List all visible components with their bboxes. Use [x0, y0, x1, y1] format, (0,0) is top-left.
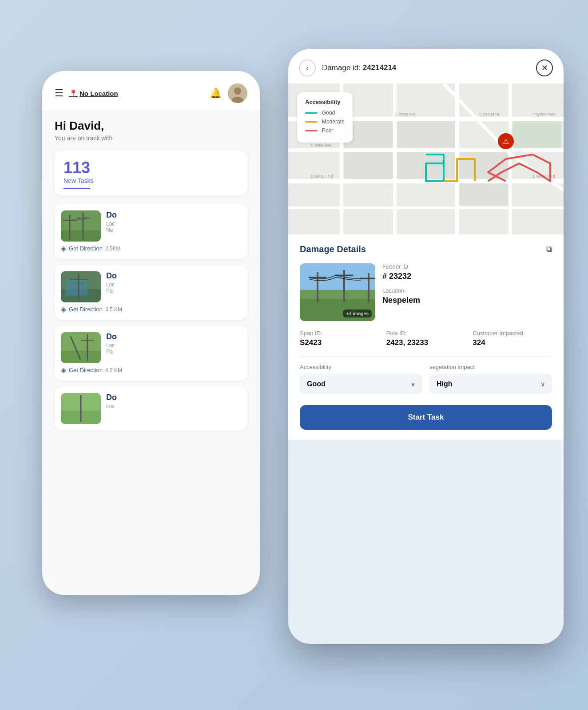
- bell-icon[interactable]: 🔔: [210, 87, 222, 99]
- close-button[interactable]: ✕: [536, 59, 553, 76]
- legend-title: Accessibility: [305, 99, 345, 105]
- start-task-button[interactable]: Start Task: [300, 405, 552, 430]
- span-id-field: Span ID: S2423: [300, 330, 379, 347]
- location-label: Location:: [382, 287, 552, 294]
- tasks-card: 113 New Tasks: [55, 151, 247, 195]
- map-area: E Sky E State Ave E Nelson Rd E Nelson R…: [288, 83, 564, 234]
- feeder-id-label: Feeder ID: [382, 263, 552, 270]
- svg-rect-4: [61, 230, 101, 242]
- legend-poor-label: Poor: [322, 127, 333, 134]
- accessibility-dropdown-value: Good: [307, 380, 326, 388]
- accessibility-dropdown-arrow: ∨: [411, 381, 415, 388]
- svg-text:Hayden Park: Hayden Park: [532, 112, 556, 116]
- task-title: Do: [106, 393, 241, 402]
- damage-image: +3 images: [300, 263, 375, 321]
- accessibility-legend: Accessibility Good Moderate Poor: [297, 92, 353, 143]
- task-thumbnail: [61, 210, 101, 242]
- get-direction-button[interactable]: ◈ Get Direction 4.2 KM: [61, 366, 241, 374]
- distance-label: 3.5 KM: [105, 306, 122, 313]
- svg-rect-55: [300, 263, 375, 290]
- span-id-label: Span ID:: [300, 330, 379, 337]
- pole-id-label: Pole ID:: [386, 330, 466, 337]
- customer-impacted-field: Customer Impacted 324: [473, 330, 552, 347]
- direction-icon: ◈: [61, 244, 66, 253]
- foreground-phone: ‹ Damage id: 24214214 ✕: [288, 49, 564, 644]
- damage-details-header: Damage Details ⧉: [300, 244, 552, 254]
- customer-impacted-value: 324: [473, 338, 552, 347]
- accessibility-dropdown-label: Accessibility:: [300, 364, 422, 370]
- task-status: Ne: [106, 227, 241, 233]
- modal-header: ‹ Damage id: 24214214 ✕: [288, 49, 564, 83]
- dropdowns-row: Accessibility: Good ∨ vegetation impact …: [300, 364, 552, 394]
- hamburger-icon[interactable]: ☰: [55, 87, 64, 99]
- task-location: Loc: [106, 221, 241, 227]
- task-title: Do: [106, 271, 241, 281]
- svg-text:E Nelson Rd: E Nelson Rd: [310, 174, 333, 178]
- accessibility-dropdown[interactable]: Good ∨: [300, 374, 422, 394]
- task-status: Pa: [106, 288, 241, 294]
- direction-icon: ◈: [61, 305, 66, 313]
- modal-header-left: ‹ Damage id: 24214214: [299, 59, 396, 76]
- task-title: Do: [106, 332, 241, 341]
- back-button[interactable]: ‹: [299, 59, 316, 76]
- edit-icon[interactable]: ⧉: [546, 245, 552, 254]
- vegetation-dropdown-value: High: [437, 380, 453, 388]
- svg-rect-39: [344, 152, 393, 179]
- avatar: [228, 83, 247, 103]
- location-label[interactable]: 📍 No Location: [69, 89, 118, 98]
- details-info: Feeder ID # 23232 Location: Nespelem: [382, 263, 552, 321]
- damage-details-section: Damage Details ⧉: [288, 234, 564, 440]
- span-id-value: S2423: [300, 338, 379, 347]
- vegetation-dropdown-arrow: ∨: [540, 381, 545, 388]
- task-info: Do Loc: [106, 393, 241, 409]
- legend-item-poor: Poor: [305, 127, 345, 134]
- vegetation-dropdown-field: vegetation impact High ∨: [429, 364, 552, 394]
- task-info: Do Loc Pa: [106, 332, 241, 355]
- legend-moderate-label: Moderate: [322, 119, 345, 125]
- bg-phone-content: Hi David, You are on track with 113 New …: [42, 110, 260, 445]
- tasks-label: New Tasks: [64, 177, 238, 184]
- direction-label: Get Direction: [69, 367, 103, 373]
- svg-text:⚠: ⚠: [503, 138, 509, 145]
- svg-rect-38: [397, 121, 455, 148]
- tasks-count: 113: [64, 159, 238, 177]
- distance-label: 4.2 KM: [105, 367, 122, 373]
- task-thumbnail: [61, 393, 101, 424]
- svg-rect-42: [459, 183, 508, 206]
- get-direction-button[interactable]: ◈ Get Direction 2.5KM: [61, 244, 241, 253]
- task-thumbnail: [61, 332, 101, 363]
- task-title: Do: [106, 210, 241, 220]
- header-left: ☰ 📍 No Location: [55, 87, 118, 99]
- task-location: Loc: [106, 342, 241, 349]
- damage-id-label: Damage id: 24214214: [322, 63, 396, 72]
- divider: [300, 356, 552, 357]
- vegetation-dropdown-label: vegetation impact: [429, 364, 552, 370]
- list-item: Do Loc Ne ◈ Get Direction 2.5KM: [55, 204, 247, 259]
- accessibility-dropdown-field: Accessibility: Good ∨: [300, 364, 422, 394]
- bg-phone-header: ☰ 📍 No Location 🔔: [42, 71, 260, 110]
- list-item: Do Loc Pa ◈ Get Direction 4.2 KM: [55, 326, 247, 381]
- background-phone: ☰ 📍 No Location 🔔 Hi David, You are on t…: [42, 71, 260, 595]
- task-thumbnail: [61, 271, 101, 302]
- task-info: Do Loc Pa: [106, 271, 241, 294]
- task-location: Loc: [106, 282, 241, 288]
- image-overlay-label: +3 images: [343, 309, 372, 317]
- task-status: Pa: [106, 349, 241, 355]
- svg-rect-13: [65, 280, 87, 296]
- legend-good-line: [305, 112, 318, 114]
- direction-label: Get Direction: [69, 306, 103, 313]
- details-row1: +3 images Feeder ID # 23232 Location: Ne…: [300, 263, 552, 321]
- direction-label: Get Direction: [69, 245, 103, 252]
- vegetation-dropdown[interactable]: High ∨: [429, 374, 552, 394]
- direction-icon: ◈: [61, 366, 66, 374]
- legend-item-moderate: Moderate: [305, 119, 345, 125]
- list-item: Do Loc: [55, 387, 247, 430]
- damage-details-title: Damage Details: [300, 244, 366, 254]
- legend-poor-line: [305, 130, 318, 131]
- tasks-underline: [64, 188, 90, 189]
- task-info: Do Loc Ne: [106, 210, 241, 233]
- svg-text:E Grand Dr: E Grand Dr: [479, 112, 500, 116]
- get-direction-button[interactable]: ◈ Get Direction 3.5 KM: [61, 305, 241, 313]
- svg-rect-41: [459, 152, 508, 179]
- svg-point-1: [234, 87, 241, 95]
